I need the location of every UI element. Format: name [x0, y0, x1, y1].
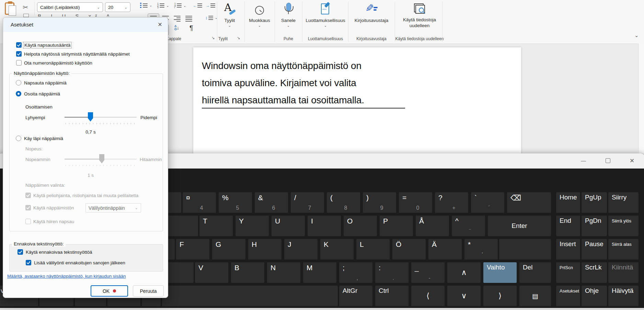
dialog-launcher-icon[interactable]: ↘: [211, 36, 215, 40]
bullet-list-button[interactable]: ⌄: [140, 3, 152, 8]
close-button[interactable]: ✕: [630, 157, 634, 164]
key-p[interactable]: P: [380, 216, 413, 236]
key-ö[interactable]: Ö: [392, 239, 426, 260]
key-u[interactable]: U: [272, 216, 305, 236]
key-blank[interactable]: =0: [399, 192, 432, 213]
key-blank[interactable]: ▤: [519, 286, 551, 306]
key-g[interactable]: G: [212, 239, 245, 260]
numbered-list-button[interactable]: 123 ⌄: [157, 3, 169, 9]
key-prtscn[interactable]: PrtScn: [556, 262, 580, 283]
key-blank[interactable]: ?+: [435, 192, 468, 213]
key-blank[interactable]: [162, 286, 338, 306]
dictate-button[interactable]: Sanele ⌄: [277, 3, 300, 27]
align-justify-button[interactable]: [185, 16, 192, 22]
key-blank[interactable]: ⌫: [507, 192, 551, 213]
key-blank[interactable]: ∧: [447, 262, 481, 283]
key-pause[interactable]: Pause: [582, 239, 607, 260]
key-y[interactable]: Y: [235, 216, 269, 236]
key-blank[interactable]: %5: [219, 192, 252, 213]
key-enter[interactable]: Enter: [488, 216, 551, 236]
key-blank[interactable]: ;,: [339, 262, 372, 283]
key-pgup[interactable]: PgUp: [582, 192, 607, 213]
key-siirräalas[interactable]: Siirrä alas: [608, 239, 639, 260]
key-vaihto[interactable]: Vaihto: [483, 262, 517, 283]
key-ä[interactable]: Ä: [428, 239, 462, 260]
copy-icon[interactable]: [23, 14, 29, 17]
radio-scan-keys[interactable]: [16, 136, 21, 141]
checkbox-predictive-text[interactable]: [18, 249, 23, 255]
key-blank[interactable]: _-: [411, 262, 445, 283]
checkbox-numpad[interactable]: [16, 60, 22, 66]
key-scrlk[interactable]: ScrLk: [582, 262, 607, 283]
key-blank[interactable]: ∨: [447, 286, 481, 306]
key-n[interactable]: N: [267, 262, 300, 283]
key-j[interactable]: J: [284, 239, 318, 260]
key-h[interactable]: H: [248, 239, 281, 260]
key-v[interactable]: V: [195, 262, 228, 283]
key-häivytä[interactable]: Häivytä: [608, 286, 639, 306]
key-kiinnitä[interactable]: Kiinnitä: [608, 262, 639, 283]
checkbox-space-after[interactable]: [26, 260, 31, 265]
document-scrollbar[interactable]: [639, 44, 644, 153]
maximize-button[interactable]: [606, 158, 610, 163]
key-o[interactable]: O: [344, 216, 377, 236]
ok-button[interactable]: OK: [91, 285, 128, 297]
editor-button[interactable]: ✎ Kirjoitusavustaja: [351, 3, 392, 23]
key-k[interactable]: K: [320, 239, 354, 260]
key-asetukset[interactable]: Asetukset: [556, 286, 580, 306]
key-l[interactable]: L: [356, 239, 390, 260]
collapse-ribbon-chevron-icon[interactable]: ⌄: [634, 32, 639, 38]
cut-button[interactable]: ✂: [23, 3, 28, 11]
key-blank[interactable]: ^¨: [452, 216, 485, 236]
styles-button[interactable]: A Tyylit ⌄: [219, 3, 240, 27]
paste-button[interactable]: [5, 1, 16, 16]
key-å[interactable]: Å: [416, 216, 449, 236]
key-blank[interactable]: [499, 239, 551, 260]
key-blank[interactable]: (8: [327, 192, 360, 213]
dialog-close-button[interactable]: ✕: [156, 21, 164, 28]
key-blank[interactable]: ⟩: [483, 286, 517, 306]
key-home[interactable]: Home: [556, 192, 580, 213]
key-altgr[interactable]: AltGr: [339, 286, 372, 306]
font-size-combo[interactable]: 20 ⌄: [105, 2, 130, 12]
radio-click-keys[interactable]: [16, 80, 21, 85]
sensitivity-button[interactable]: Luottamuksellisuus ⌄: [304, 3, 347, 27]
key-ctrl[interactable]: Ctrl: [375, 286, 409, 306]
minimize-button[interactable]: —: [581, 158, 586, 163]
key-blank[interactable]: /7: [291, 192, 324, 213]
key-b[interactable]: B: [231, 262, 264, 283]
signin-keyboard-link[interactable]: Määritä, avataanko näyttönäppäimistö, ku…: [7, 274, 126, 279]
key-siirry[interactable]: Siirry: [608, 192, 639, 213]
increase-indent-button[interactable]: →: [206, 3, 215, 8]
key-t[interactable]: T: [199, 216, 233, 236]
key-blank[interactable]: &6: [255, 192, 288, 213]
reuse-files-button[interactable]: Käytä tiedostoja uudelleen: [398, 3, 441, 28]
key-blank[interactable]: *': [464, 239, 498, 260]
align-right-button[interactable]: [174, 16, 181, 22]
checkbox-click-sound[interactable]: [16, 42, 22, 48]
line-spacing-button[interactable]: ↕ ⌄: [205, 15, 218, 20]
key-pgdn[interactable]: PgDn: [582, 216, 607, 236]
key-blank[interactable]: :.: [375, 262, 409, 283]
cancel-button[interactable]: Peruuta: [133, 285, 164, 297]
key-blank[interactable]: ⟨: [411, 286, 445, 306]
key-insert[interactable]: Insert: [556, 239, 580, 260]
key-siirräylös[interactable]: Siirrä ylös: [608, 216, 639, 236]
key-end[interactable]: End: [556, 216, 580, 236]
key-i[interactable]: I: [308, 216, 341, 236]
editing-button[interactable]: Muokkaus ⌄: [246, 3, 273, 27]
key-f[interactable]: F: [176, 239, 209, 260]
sort-button[interactable]: AÖ ↓: [174, 25, 179, 31]
font-name-combo[interactable]: Calibri (Leipäteksti) ⌄: [37, 2, 103, 12]
decrease-indent-button[interactable]: ←: [193, 3, 202, 8]
checkbox-show-keys[interactable]: [16, 51, 22, 57]
key-del[interactable]: Del: [519, 262, 551, 283]
dialog-header[interactable]: Asetukset ✕: [3, 18, 168, 32]
pilcrow-button[interactable]: ¶: [189, 24, 193, 32]
multilevel-list-button[interactable]: 1ai ⌄: [174, 3, 186, 9]
radio-hover-keys[interactable]: [16, 91, 21, 96]
key-m[interactable]: M: [303, 262, 336, 283]
key-blank[interactable]: `´: [471, 192, 504, 213]
key-ohje[interactable]: Ohje: [582, 286, 607, 306]
key-blank[interactable]: ¤4: [183, 192, 216, 213]
